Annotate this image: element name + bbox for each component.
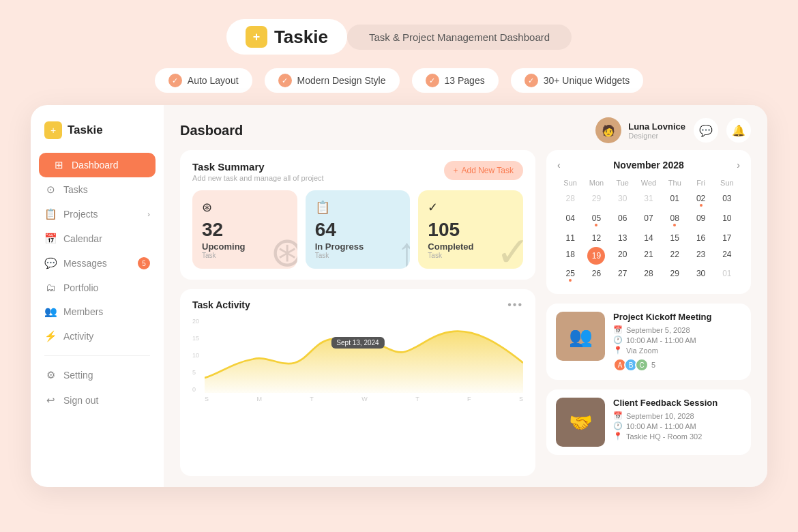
- cal-day[interactable]: 23: [688, 247, 713, 265]
- notification-button[interactable]: 🔔: [726, 118, 751, 143]
- sidebar-item-label: Members: [63, 306, 103, 317]
- sidebar-item-portfolio[interactable]: 🗂 Portfolio: [31, 276, 164, 299]
- cal-day[interactable]: 18: [557, 247, 583, 265]
- tasks-icon: ⊙: [44, 183, 57, 196]
- completed-icon: ✓: [428, 200, 514, 215]
- dashboard-icon: ⊞: [53, 159, 65, 171]
- cal-day[interactable]: 27: [610, 266, 636, 284]
- sidebar-item-label: Messages: [63, 258, 107, 269]
- cal-title: November 2028: [613, 160, 684, 171]
- cal-day[interactable]: 20: [610, 247, 636, 265]
- more-options-button[interactable]: •••: [507, 299, 523, 311]
- sidebar-item-setting[interactable]: ⚙ Setting: [31, 363, 164, 388]
- page-title: Dasboard: [180, 123, 243, 138]
- event-date-1: 📅 September 5, 2028: [613, 325, 711, 334]
- setting-icon: ⚙: [44, 369, 57, 381]
- cal-day[interactable]: 13: [610, 231, 636, 246]
- sidebar-item-calendar[interactable]: 📅 Calendar: [31, 226, 164, 251]
- cal-prev-button[interactable]: ‹: [557, 160, 561, 171]
- cal-day[interactable]: 01: [714, 266, 740, 284]
- chart-tooltip: Sept 13, 2024: [331, 337, 384, 349]
- cal-next-button[interactable]: ›: [737, 160, 740, 171]
- feature-badge-3: ✓ 13 Pages: [412, 68, 499, 93]
- chevron-down-icon: ›: [147, 210, 150, 218]
- brand-pill: + Taskie: [226, 19, 347, 55]
- user-role: Designer: [628, 132, 685, 140]
- sidebar-divider: [44, 355, 150, 356]
- task-card-completed: ✓ 105 Completed Task ✓: [418, 190, 523, 269]
- cal-days: 2829303101020304050607080910111213141516…: [557, 191, 740, 284]
- chart-y-labels: 20 15 10 5 0: [192, 318, 199, 393]
- cal-day[interactable]: 07: [636, 211, 662, 229]
- feature-badge-4: ✓ 30+ Unique Widgets: [511, 68, 643, 93]
- cal-day[interactable]: 26: [583, 266, 609, 284]
- cal-day[interactable]: 30: [610, 191, 636, 209]
- cal-day[interactable]: 22: [662, 247, 688, 265]
- calendar-icon: 📅: [44, 233, 57, 245]
- completed-bg-icon: ✓: [496, 228, 523, 269]
- inprogress-sub: Task: [315, 252, 401, 259]
- cal-day[interactable]: 28: [636, 266, 662, 284]
- cal-day[interactable]: 31: [636, 191, 662, 209]
- cal-day[interactable]: 24: [714, 247, 740, 265]
- cal-day[interactable]: 15: [662, 231, 688, 246]
- task-card-upcoming: ⊛ 32 Upcoming Task ⊛: [192, 190, 297, 269]
- cal-day[interactable]: 29: [662, 266, 688, 284]
- cal-day[interactable]: 01: [662, 191, 688, 209]
- features-row: ✓ Auto Layout ✓ Modern Design Style ✓ 13…: [155, 68, 643, 93]
- cal-day[interactable]: 21: [636, 247, 662, 265]
- cal-day[interactable]: 08: [662, 211, 688, 229]
- attendee-3: C: [635, 358, 649, 372]
- sidebar-nav: ⊞ Dashboard ⊙ Tasks 📋 Projects › 📅 Calen…: [31, 153, 164, 471]
- task-activity-header: Task Activity •••: [192, 299, 523, 311]
- cal-day[interactable]: 17: [714, 231, 740, 246]
- cal-day[interactable]: 03: [714, 191, 740, 209]
- event-info-1: Project Kickoff Meeting 📅 September 5, 2…: [613, 312, 711, 372]
- task-summary-info: Task Summary Add new task and manage all…: [192, 161, 324, 182]
- sidebar-brand-name: Taskie: [68, 123, 103, 137]
- cal-day[interactable]: 06: [610, 211, 636, 229]
- inprogress-bg-icon: ↑: [396, 228, 410, 269]
- cal-day[interactable]: 05: [583, 211, 609, 229]
- cal-day[interactable]: 19: [587, 247, 605, 265]
- cal-weekdays: Sun Mon Tue Wed Thu Fri Sun: [557, 179, 740, 187]
- sidebar-item-label: Dashboard: [72, 160, 119, 171]
- task-card-inprogress: 📋 64 In Progress Task ↑: [306, 190, 411, 269]
- plus-icon: +: [454, 166, 458, 175]
- sidebar-item-label: Tasks: [63, 184, 88, 195]
- cal-day[interactable]: 02: [688, 191, 713, 209]
- sidebar-item-members[interactable]: 👥 Members: [31, 299, 164, 324]
- sidebar-item-dashboard[interactable]: ⊞ Dashboard: [39, 153, 156, 177]
- top-banner: + Taskie Task & Project Management Dashb…: [0, 0, 798, 105]
- add-task-button[interactable]: + Add New Task: [444, 161, 524, 180]
- user-text: Luna Lovnice Designer: [628, 121, 685, 140]
- avatar: 🧑: [595, 117, 621, 143]
- sidebar-item-messages[interactable]: 💬 Messages 5: [31, 251, 164, 276]
- task-summary-title: Task Summary: [192, 161, 324, 173]
- cal-day[interactable]: 30: [688, 266, 713, 284]
- check-icon-3: ✓: [426, 74, 439, 87]
- activity-icon: ⚡: [44, 330, 57, 342]
- cal-day[interactable]: 09: [688, 211, 713, 229]
- calendar-icon-small: 📅: [613, 325, 623, 334]
- cal-day[interactable]: 10: [714, 211, 740, 229]
- sidebar-item-signout[interactable]: ↩ Sign out: [31, 388, 164, 413]
- sidebar-item-activity[interactable]: ⚡ Activity: [31, 324, 164, 349]
- cal-day[interactable]: 04: [557, 211, 583, 229]
- cal-day[interactable]: 28: [557, 191, 583, 209]
- chat-button[interactable]: 💬: [694, 118, 718, 143]
- cal-day[interactable]: 25: [557, 266, 583, 284]
- sidebar-item-label: Activity: [63, 331, 93, 342]
- upcoming-bg-icon: ⊛: [270, 228, 297, 269]
- sidebar-item-label: Projects: [63, 209, 98, 220]
- brand-name: Taskie: [274, 27, 328, 48]
- sidebar-item-projects[interactable]: 📋 Projects ›: [31, 202, 164, 226]
- event-location-1: 📍 Via Zoom: [613, 346, 711, 355]
- cal-day[interactable]: 29: [583, 191, 609, 209]
- sidebar-item-tasks[interactable]: ⊙ Tasks: [31, 177, 164, 202]
- cal-day[interactable]: 14: [636, 231, 662, 246]
- left-col: Task Summary Add new task and manage all…: [180, 150, 535, 476]
- cal-day[interactable]: 12: [583, 231, 609, 246]
- cal-day[interactable]: 16: [688, 231, 713, 246]
- cal-day[interactable]: 11: [557, 231, 583, 246]
